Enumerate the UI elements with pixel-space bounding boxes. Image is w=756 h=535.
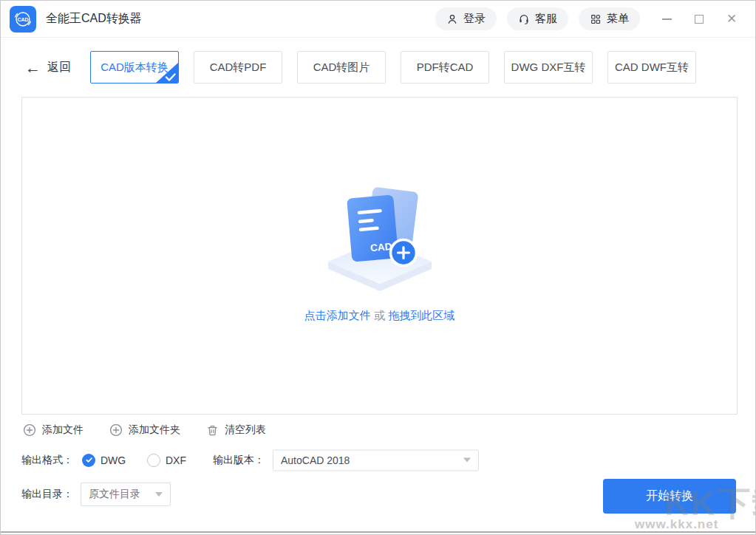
support-label: 客服 xyxy=(535,12,557,26)
output-dir-select[interactable]: 原文件目录 xyxy=(81,483,171,506)
format-radio-dwg[interactable]: DWG xyxy=(82,454,126,467)
nav-row: ← 返回 CAD版本转换 CAD转PDF CAD转图片 PDF转CAD DWG xyxy=(1,51,755,84)
login-button[interactable]: 登录 xyxy=(435,7,497,30)
titlebar-actions: 登录 客服 菜单 xyxy=(425,4,748,35)
drop-zone-hint: 点击添加文件 或 拖拽到此区域 xyxy=(304,309,454,323)
tab-dwg-dxf-convert[interactable]: DWG DXF互转 xyxy=(504,51,593,84)
add-folder-button[interactable]: 添加文件夹 xyxy=(109,423,180,437)
trash-icon xyxy=(206,424,219,437)
titlebar: CAD 全能王CAD转换器 登录 客服 xyxy=(1,1,755,38)
close-icon: ✕ xyxy=(726,13,737,25)
circle-plus-icon xyxy=(23,423,36,437)
add-folder-label: 添加文件夹 xyxy=(129,423,180,437)
file-drop-zone[interactable]: CAD 点击添加文件 或 拖拽到此区域 xyxy=(21,97,738,415)
output-format-row: 输出格式： DWG DXF 输出版本： AutoCAD 2018 xyxy=(21,449,736,471)
caret-down-icon xyxy=(463,458,471,463)
output-version-select[interactable]: AutoCAD 2018 xyxy=(273,449,479,471)
app-window: CAD 全能王CAD转换器 登录 客服 xyxy=(0,0,756,535)
tab-label: CAD转图片 xyxy=(313,61,370,75)
app-title: 全能王CAD转换器 xyxy=(46,11,142,27)
file-actions-bar: 添加文件 添加文件夹 清空列表 xyxy=(23,423,266,437)
output-version-value: AutoCAD 2018 xyxy=(281,454,456,466)
cad-file-add-icon: CAD xyxy=(317,179,443,296)
svg-text:CAD: CAD xyxy=(370,240,392,253)
close-button[interactable]: ✕ xyxy=(715,4,748,35)
tab-label: DWG DXF互转 xyxy=(511,61,586,75)
support-button[interactable]: 客服 xyxy=(507,7,568,30)
watermark-url: www.kkx.net xyxy=(635,517,718,532)
headset-icon xyxy=(518,13,530,25)
circle-plus-icon xyxy=(109,423,123,437)
output-dir-value: 原文件目录 xyxy=(89,488,148,501)
cad-convert-logo-icon: CAD xyxy=(12,8,34,30)
clear-list-label: 清空列表 xyxy=(225,423,266,437)
click-add-text: 点击添加文件 xyxy=(304,309,371,321)
maximize-button[interactable] xyxy=(683,4,715,35)
add-file-label: 添加文件 xyxy=(42,423,84,437)
tab-label: CAD转PDF xyxy=(210,61,267,75)
tab-pdf-to-cad[interactable]: PDF转CAD xyxy=(401,51,489,84)
tab-bar: CAD版本转换 CAD转PDF CAD转图片 PDF转CAD DWG DXF互转… xyxy=(90,51,696,84)
maximize-icon xyxy=(695,15,704,24)
app-logo-icon: CAD xyxy=(10,6,36,33)
menu-label: 菜单 xyxy=(607,12,629,26)
radio-checked-icon xyxy=(82,454,95,467)
user-icon xyxy=(446,13,458,25)
svg-text:CAD: CAD xyxy=(17,17,28,22)
login-label: 登录 xyxy=(463,12,486,26)
radio-unchecked-icon xyxy=(147,454,160,467)
window-controls: ✕ xyxy=(650,4,748,35)
tab-cad-version-convert[interactable]: CAD版本转换 xyxy=(90,51,179,84)
tab-cad-to-pdf[interactable]: CAD转PDF xyxy=(194,51,282,84)
add-file-button[interactable]: 添加文件 xyxy=(23,423,84,437)
output-dir-label: 输出目录： xyxy=(21,488,73,501)
tab-cad-dwf-convert[interactable]: CAD DWF互转 xyxy=(607,51,696,84)
drag-text: 拖拽到此区域 xyxy=(388,309,454,321)
start-convert-button[interactable]: 开始转换 xyxy=(603,479,736,514)
format-radio-dxf[interactable]: DXF xyxy=(147,454,186,467)
arrow-left-icon: ← xyxy=(25,60,41,75)
output-version-label: 输出版本： xyxy=(213,454,265,467)
menu-button[interactable]: 菜单 xyxy=(579,7,640,30)
grid-menu-icon xyxy=(590,13,602,25)
dxf-label: DXF xyxy=(166,454,186,466)
dwg-label: DWG xyxy=(101,454,126,466)
tab-label: CAD DWF互转 xyxy=(615,61,689,75)
output-format-label: 输出格式： xyxy=(21,454,73,467)
tab-label: PDF转CAD xyxy=(417,61,474,75)
clear-list-button[interactable]: 清空列表 xyxy=(206,423,266,437)
minimize-button[interactable] xyxy=(650,4,683,35)
active-check-icon xyxy=(156,63,178,83)
back-button[interactable]: ← 返回 xyxy=(25,51,71,84)
back-label: 返回 xyxy=(47,60,71,75)
tab-cad-to-image[interactable]: CAD转图片 xyxy=(297,51,386,84)
minimize-icon xyxy=(662,18,672,20)
caret-down-icon xyxy=(155,492,163,497)
or-text: 或 xyxy=(371,309,388,321)
